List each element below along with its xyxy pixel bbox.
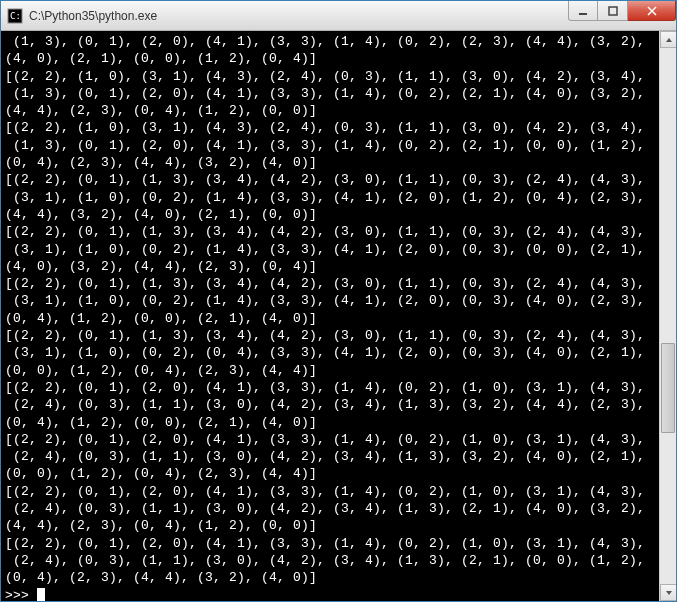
output-text: (1, 3), (0, 1), (2, 0), (4, 1), (3, 3), … xyxy=(5,34,645,585)
console-area: (1, 3), (0, 1), (2, 0), (4, 1), (3, 3), … xyxy=(1,31,676,601)
cursor xyxy=(37,588,45,602)
svg-text:C:: C: xyxy=(10,11,21,21)
scroll-up-button[interactable] xyxy=(660,31,676,48)
maximize-button[interactable] xyxy=(598,1,628,21)
scroll-track[interactable] xyxy=(660,48,676,584)
prompt: >>> xyxy=(5,588,37,602)
app-icon: C: xyxy=(7,8,23,24)
window-controls xyxy=(568,1,676,30)
titlebar[interactable]: C: C:\Python35\python.exe xyxy=(1,1,676,31)
vertical-scrollbar[interactable] xyxy=(659,31,676,601)
scroll-down-button[interactable] xyxy=(660,584,676,601)
console-window: C: C:\Python35\python.exe (1, 3), (0, 1)… xyxy=(0,0,677,602)
scroll-thumb[interactable] xyxy=(661,343,675,433)
console-output[interactable]: (1, 3), (0, 1), (2, 0), (4, 1), (3, 3), … xyxy=(1,31,659,601)
window-title: C:\Python35\python.exe xyxy=(29,9,157,23)
close-button[interactable] xyxy=(628,1,676,21)
svg-rect-3 xyxy=(609,7,617,15)
minimize-button[interactable] xyxy=(568,1,598,21)
svg-rect-2 xyxy=(579,13,587,15)
title-left: C: C:\Python35\python.exe xyxy=(7,8,157,24)
